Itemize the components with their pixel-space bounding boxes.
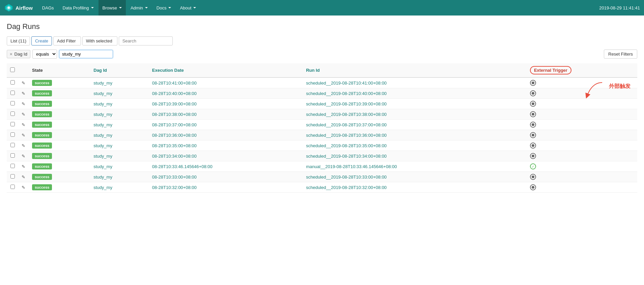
- filter-remove-button[interactable]: ×: [10, 52, 12, 57]
- external-trigger-dot-icon[interactable]: [530, 90, 536, 96]
- nav-item-dags[interactable]: DAGs: [38, 0, 58, 15]
- nav-item-admin[interactable]: Admin: [127, 0, 152, 15]
- table-row: ✎successstudy_my08-28T10:36:00+08:00sche…: [7, 130, 637, 140]
- external-trigger-dot-icon[interactable]: [530, 111, 536, 117]
- external-trigger-cell: ✓: [527, 161, 637, 172]
- state-cell: success: [29, 109, 90, 120]
- select-all-checkbox[interactable]: [10, 67, 15, 72]
- dag-id-link[interactable]: study_my: [93, 175, 112, 180]
- add-filter-button[interactable]: Add Filter: [53, 36, 81, 45]
- run-id-link[interactable]: scheduled__2019-08-28T10:37:00+08:00: [306, 122, 387, 127]
- external-trigger-dot-icon[interactable]: [530, 80, 536, 86]
- row-checkbox[interactable]: [10, 185, 15, 189]
- dag-id-link[interactable]: study_my: [93, 185, 112, 190]
- header-external-trigger[interactable]: External Trigger: [527, 63, 637, 77]
- edit-icon[interactable]: ✎: [22, 91, 25, 96]
- create-button[interactable]: Create: [31, 36, 52, 45]
- edit-icon[interactable]: ✎: [22, 175, 25, 180]
- run-id-link[interactable]: scheduled__2019-08-28T10:36:00+08:00: [306, 133, 387, 138]
- external-trigger-dot-icon[interactable]: [530, 153, 536, 159]
- execution-date-link[interactable]: 08-28T10:39:00+08:00: [152, 101, 197, 106]
- row-checkbox[interactable]: [10, 174, 15, 179]
- run-id-link[interactable]: scheduled__2019-08-28T10:40:00+08:00: [306, 91, 387, 96]
- row-checkbox[interactable]: [10, 101, 15, 105]
- execution-date-cell: 08-28T10:32:00+08:00: [149, 182, 303, 193]
- run-id-link[interactable]: scheduled__2019-08-28T10:34:00+08:00: [306, 154, 387, 159]
- run-id-link[interactable]: scheduled__2019-08-28T10:38:00+08:00: [306, 112, 387, 117]
- execution-date-link[interactable]: 08-28T10:33:46.145646+08:00: [152, 164, 213, 169]
- external-trigger-dot-icon[interactable]: [530, 184, 536, 190]
- row-checkbox[interactable]: [10, 122, 15, 126]
- dag-id-link[interactable]: study_my: [93, 143, 112, 148]
- with-selected-button[interactable]: With selected: [82, 36, 117, 45]
- edit-icon[interactable]: ✎: [22, 143, 25, 148]
- run-id-link[interactable]: manual__2019-08-28T10:33:46.145646+08:00: [306, 164, 397, 169]
- external-trigger-dot-icon[interactable]: [530, 101, 536, 107]
- execution-date-link[interactable]: 08-28T10:40:00+08:00: [152, 91, 197, 96]
- dag-id-link[interactable]: study_my: [93, 133, 112, 138]
- execution-date-link[interactable]: 08-28T10:34:00+08:00: [152, 154, 197, 159]
- execution-date-link[interactable]: 08-28T10:32:00+08:00: [152, 185, 197, 190]
- row-checkbox[interactable]: [10, 112, 15, 116]
- nav-item-browse[interactable]: Browse: [99, 0, 126, 15]
- run-id-link[interactable]: scheduled__2019-08-28T10:35:00+08:00: [306, 143, 387, 148]
- header-execution-date[interactable]: Execution Date: [149, 63, 303, 77]
- row-checkbox[interactable]: [10, 143, 15, 147]
- dag-id-link[interactable]: study_my: [93, 164, 112, 169]
- nav-item-docs[interactable]: Docs: [152, 0, 175, 15]
- nav-item-about[interactable]: About: [176, 0, 200, 15]
- external-trigger-check-icon[interactable]: ✓: [530, 163, 536, 169]
- brand-logo[interactable]: Airflow: [4, 3, 33, 12]
- external-trigger-dot-icon[interactable]: [530, 132, 536, 138]
- edit-icon[interactable]: ✎: [22, 154, 25, 159]
- execution-date-link[interactable]: 08-28T10:37:00+08:00: [152, 122, 197, 127]
- external-trigger-dot-icon[interactable]: [530, 122, 536, 128]
- dag-id-link[interactable]: study_my: [93, 122, 112, 127]
- run-id-link[interactable]: scheduled__2019-08-28T10:41:00+08:00: [306, 81, 387, 86]
- dag-id-link[interactable]: study_my: [93, 81, 112, 86]
- dag-id-cell: study_my: [90, 88, 149, 99]
- filter-value-input[interactable]: [59, 50, 113, 58]
- run-id-link[interactable]: scheduled__2019-08-28T10:32:00+08:00: [306, 185, 387, 190]
- header-run-id[interactable]: Run Id: [303, 63, 527, 77]
- dot-icon-inner: [532, 102, 534, 105]
- edit-icon[interactable]: ✎: [22, 185, 25, 190]
- search-input[interactable]: [119, 36, 173, 45]
- external-trigger-label: External Trigger: [530, 66, 571, 74]
- row-checkbox[interactable]: [10, 132, 15, 137]
- row-checkbox[interactable]: [10, 164, 15, 168]
- external-trigger-dot-icon[interactable]: [530, 174, 536, 180]
- execution-date-link[interactable]: 08-28T10:38:00+08:00: [152, 112, 197, 117]
- dag-id-link[interactable]: study_my: [93, 112, 112, 117]
- list-button[interactable]: List (11): [7, 36, 30, 45]
- dag-id-link[interactable]: study_my: [93, 101, 112, 106]
- edit-icon[interactable]: ✎: [22, 112, 25, 117]
- nav-item-data-profiling[interactable]: Data Profiling: [59, 0, 98, 15]
- row-checkbox[interactable]: [10, 80, 15, 85]
- dag-id-cell: study_my: [90, 172, 149, 182]
- edit-icon[interactable]: ✎: [22, 122, 25, 127]
- run-id-cell: manual__2019-08-28T10:33:46.145646+08:00: [303, 161, 527, 172]
- edit-icon[interactable]: ✎: [22, 101, 25, 106]
- edit-icon[interactable]: ✎: [22, 133, 25, 138]
- external-trigger-cell: [527, 130, 637, 140]
- edit-cell: ✎: [18, 161, 29, 172]
- dag-id-link[interactable]: study_my: [93, 91, 112, 96]
- reset-filters-button[interactable]: Reset Filters: [604, 50, 637, 59]
- filter-operator-select[interactable]: equals: [32, 50, 57, 59]
- dag-id-link[interactable]: study_my: [93, 154, 112, 159]
- execution-date-link[interactable]: 08-28T10:36:00+08:00: [152, 133, 197, 138]
- run-id-cell: scheduled__2019-08-28T10:36:00+08:00: [303, 130, 527, 140]
- header-dag-id[interactable]: Dag Id: [90, 63, 149, 77]
- row-checkbox[interactable]: [10, 153, 15, 158]
- run-id-link[interactable]: scheduled__2019-08-28T10:33:00+08:00: [306, 175, 387, 180]
- execution-date-link[interactable]: 08-28T10:41:00+08:00: [152, 81, 197, 86]
- row-checkbox[interactable]: [10, 91, 15, 95]
- edit-icon[interactable]: ✎: [22, 81, 25, 86]
- external-trigger-dot-icon[interactable]: [530, 142, 536, 149]
- execution-date-link[interactable]: 08-28T10:35:00+08:00: [152, 143, 197, 148]
- edit-icon[interactable]: ✎: [22, 164, 25, 169]
- execution-date-link[interactable]: 08-28T10:33:00+08:00: [152, 175, 197, 180]
- external-trigger-cell: [527, 88, 637, 99]
- run-id-link[interactable]: scheduled__2019-08-28T10:39:00+08:00: [306, 101, 387, 106]
